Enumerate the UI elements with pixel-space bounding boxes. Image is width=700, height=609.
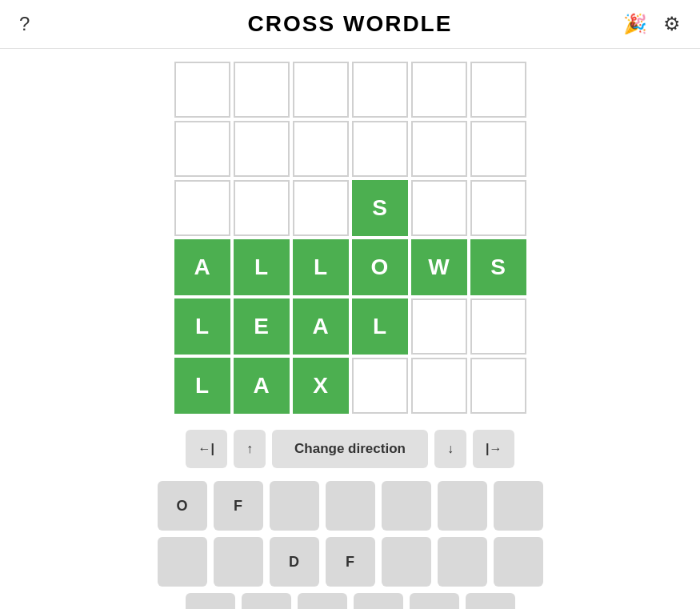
board-container: SALLOWSLEALLAX <box>0 62 700 414</box>
party-icon: 🎉 <box>623 13 647 34</box>
board-cell: X <box>293 358 349 414</box>
backspace-button[interactable]: ←| <box>186 430 227 468</box>
board-cell <box>411 62 467 118</box>
board-cell: S <box>470 239 526 295</box>
board-cell <box>470 180 526 236</box>
key-empty[interactable] <box>438 537 487 587</box>
board-cell: E <box>234 298 290 355</box>
key-empty[interactable] <box>494 481 543 531</box>
down-button[interactable]: ↓ <box>434 430 466 468</box>
key-empty[interactable] <box>298 593 347 609</box>
board-cell: W <box>411 239 467 295</box>
board-cell <box>174 121 230 177</box>
board-cell <box>411 180 467 236</box>
board-cell <box>174 62 230 118</box>
board-cell <box>293 180 349 236</box>
board-cell <box>352 358 408 414</box>
header-icons: 🎉 ⚙ <box>620 10 684 38</box>
board-cell <box>411 121 467 177</box>
board-cell <box>174 180 230 236</box>
board-cell <box>470 358 526 414</box>
board-cell: L <box>234 239 290 295</box>
board-cell: L <box>293 239 349 295</box>
key-empty[interactable] <box>186 593 235 609</box>
key-empty[interactable] <box>382 537 431 587</box>
keyboard-row-2: DF <box>158 537 543 587</box>
board-cell <box>352 62 408 118</box>
board-cell: A <box>234 358 290 414</box>
key-empty[interactable] <box>494 537 543 587</box>
change-direction-button[interactable]: Change direction <box>272 430 428 468</box>
key-empty[interactable] <box>382 481 431 531</box>
party-button[interactable]: 🎉 <box>620 10 650 38</box>
key-empty[interactable] <box>326 481 375 531</box>
board-cell: L <box>174 298 230 355</box>
board-cell <box>293 62 349 118</box>
header: ? CROSS WORDLE 🎉 ⚙ <box>0 0 700 49</box>
controls-row: ←| ↑ Change direction ↓ |→ <box>0 430 700 468</box>
page-title: CROSS WORDLE <box>248 11 453 37</box>
up-button[interactable]: ↑ <box>234 430 266 468</box>
key-empty[interactable] <box>466 593 515 609</box>
key-D[interactable]: D <box>270 537 319 587</box>
settings-button[interactable]: ⚙ <box>660 10 684 38</box>
keyboard: OF DF <box>0 481 700 609</box>
board-cell <box>234 121 290 177</box>
key-empty[interactable] <box>270 481 319 531</box>
key-O[interactable]: O <box>158 481 207 531</box>
keyboard-row-1: OF <box>158 481 543 531</box>
board-cell: L <box>352 298 408 355</box>
board-cell <box>352 121 408 177</box>
board-cell <box>411 358 467 414</box>
board-cell: O <box>352 239 408 295</box>
board-cell <box>470 298 526 355</box>
help-icon: ? <box>19 13 30 34</box>
game-board: SALLOWSLEALLAX <box>174 62 526 414</box>
key-empty[interactable] <box>158 537 207 587</box>
settings-icon: ⚙ <box>663 13 681 34</box>
key-empty[interactable] <box>214 537 263 587</box>
key-empty[interactable] <box>410 593 459 609</box>
board-cell: A <box>293 298 349 355</box>
board-cell <box>470 62 526 118</box>
header-left: ? <box>16 10 80 38</box>
key-F[interactable]: F <box>326 537 375 587</box>
board-cell: L <box>174 358 230 414</box>
forward-button[interactable]: |→ <box>473 430 514 468</box>
board-cell: A <box>174 239 230 295</box>
help-button[interactable]: ? <box>16 10 33 38</box>
key-empty[interactable] <box>354 593 403 609</box>
key-empty[interactable] <box>438 481 487 531</box>
board-cell: S <box>352 180 408 236</box>
board-cell <box>411 298 467 355</box>
key-F[interactable]: F <box>214 481 263 531</box>
board-cell <box>234 180 290 236</box>
board-cell <box>470 121 526 177</box>
key-empty[interactable] <box>242 593 291 609</box>
keyboard-row-3 <box>186 593 515 609</box>
board-cell <box>234 62 290 118</box>
board-cell <box>293 121 349 177</box>
